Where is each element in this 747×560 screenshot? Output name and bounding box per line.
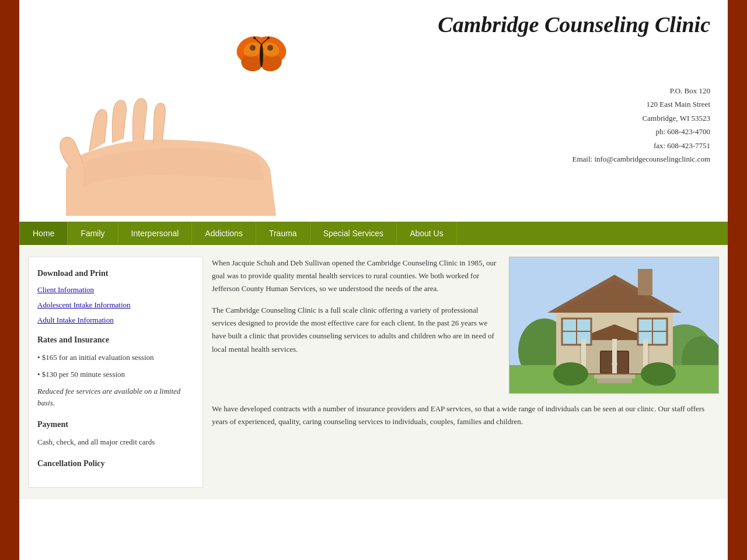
client-information-link[interactable]: Client Information xyxy=(37,285,194,295)
content-para3: We have developed contracts with a numbe… xyxy=(212,402,719,428)
clinic-title: Cambridge Counseling Clinic xyxy=(438,12,710,37)
svg-point-12 xyxy=(267,37,270,39)
cancellation-title: Cancellation Policy xyxy=(37,459,194,468)
nav-addictions[interactable]: Addictions xyxy=(192,222,256,245)
main-content: Download and Print Client Information Ad… xyxy=(19,245,728,499)
fax: fax: 608-423-7751 xyxy=(438,139,710,152)
email: Email: info@cambridgecounselingclinic.co… xyxy=(438,152,710,166)
svg-point-7 xyxy=(267,45,273,51)
svg-rect-36 xyxy=(612,339,617,374)
clinic-image-svg xyxy=(509,257,719,394)
rates-section: Rates and Insurance • $165 for an initia… xyxy=(37,335,194,410)
address-line3: Cambridge, WI 53523 xyxy=(438,111,710,125)
rate2: • $130 per 50 minute session xyxy=(37,369,194,381)
adult-intake-link[interactable]: Adult Intake Information xyxy=(37,316,194,325)
address-line2: 120 East Main Street xyxy=(438,97,710,111)
header: Cambridge Counseling Clinic P.O. Box 120… xyxy=(19,0,728,222)
content-top: When Jacquie Schuh and Deb Sullivan open… xyxy=(212,257,719,394)
content-area: When Jacquie Schuh and Deb Sullivan open… xyxy=(212,257,719,488)
content-bottom: We have developed contracts with a numbe… xyxy=(212,402,719,428)
svg-rect-24 xyxy=(601,352,614,373)
header-illustration xyxy=(31,6,438,216)
address-line1: P.O. Box 120 xyxy=(438,84,710,97)
svg-rect-38 xyxy=(594,374,635,379)
content-para2: The Cambridge Counseling Clinic is a ful… xyxy=(212,304,500,355)
svg-point-42 xyxy=(641,362,676,386)
sidebar: Download and Print Client Information Ad… xyxy=(28,257,203,488)
contact-info: P.O. Box 120 120 East Main Street Cambri… xyxy=(438,84,710,166)
nav-about-us[interactable]: About Us xyxy=(397,222,457,245)
svg-rect-39 xyxy=(597,379,632,383)
nav-home[interactable]: Home xyxy=(19,222,68,245)
nav-interpersonal[interactable]: Interpersonal xyxy=(118,222,193,245)
hand-icon xyxy=(37,52,282,216)
adolescent-intake-link[interactable]: Adolescent Intake Information xyxy=(37,300,194,310)
cancellation-section: Cancellation Policy xyxy=(37,459,194,468)
nav-trauma[interactable]: Trauma xyxy=(256,222,310,245)
payment-section: Payment Cash, check, and all major credi… xyxy=(37,420,194,449)
nav-special-services[interactable]: Special Services xyxy=(310,222,397,245)
reduced-fee: Reduced fee services are available on a … xyxy=(37,386,194,410)
nav-family[interactable]: Family xyxy=(68,222,118,245)
rates-title: Rates and Insurance xyxy=(37,335,194,345)
svg-point-41 xyxy=(553,362,588,386)
rate1: • $165 for an initial evaluation session xyxy=(37,352,194,364)
clinic-building-image xyxy=(509,257,719,394)
svg-rect-37 xyxy=(638,269,652,295)
svg-rect-25 xyxy=(615,352,628,373)
content-text: When Jacquie Schuh and Deb Sullivan open… xyxy=(212,257,500,365)
main-navigation: Home Family Interpersonal Addictions Tra… xyxy=(19,222,728,245)
header-contact: Cambridge Counseling Clinic P.O. Box 120… xyxy=(438,6,716,166)
content-para1: When Jacquie Schuh and Deb Sullivan open… xyxy=(212,257,500,295)
svg-point-11 xyxy=(253,37,256,39)
hero-image xyxy=(37,29,317,216)
payment-text: Cash, check, and all major credit cards xyxy=(37,436,194,449)
download-print-title: Download and Print xyxy=(37,269,194,278)
payment-title: Payment xyxy=(37,420,194,429)
svg-point-6 xyxy=(250,45,256,51)
phone: ph: 608-423-4700 xyxy=(438,125,710,138)
